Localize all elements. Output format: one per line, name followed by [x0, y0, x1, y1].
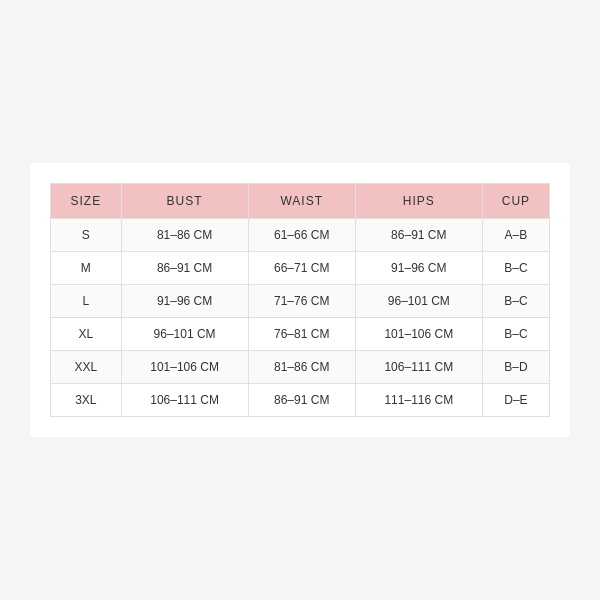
table-cell: 111–116 CM [355, 384, 482, 417]
table-row: 3XL106–111 CM86–91 CM111–116 CMD–E [51, 384, 550, 417]
size-chart-container: SIZE BUST WAIST HIPS CUP S81–86 CM61–66 … [30, 163, 570, 437]
table-cell: 96–101 CM [355, 285, 482, 318]
table-cell: 61–66 CM [248, 219, 355, 252]
table-cell: 86–91 CM [121, 252, 248, 285]
table-cell: 66–71 CM [248, 252, 355, 285]
header-bust: BUST [121, 184, 248, 219]
table-row: XXL101–106 CM81–86 CM106–111 CMB–D [51, 351, 550, 384]
table-cell: D–E [482, 384, 549, 417]
header-cup: CUP [482, 184, 549, 219]
table-row: L91–96 CM71–76 CM96–101 CMB–C [51, 285, 550, 318]
table-cell: 101–106 CM [355, 318, 482, 351]
header-hips: HIPS [355, 184, 482, 219]
table-cell: 81–86 CM [248, 351, 355, 384]
table-header-row: SIZE BUST WAIST HIPS CUP [51, 184, 550, 219]
table-row: M86–91 CM66–71 CM91–96 CMB–C [51, 252, 550, 285]
table-cell: L [51, 285, 122, 318]
table-cell: 3XL [51, 384, 122, 417]
table-cell: 101–106 CM [121, 351, 248, 384]
table-cell: B–C [482, 285, 549, 318]
table-cell: A–B [482, 219, 549, 252]
table-cell: XL [51, 318, 122, 351]
table-cell: XXL [51, 351, 122, 384]
table-row: XL96–101 CM76–81 CM101–106 CMB–C [51, 318, 550, 351]
header-size: SIZE [51, 184, 122, 219]
table-cell: 86–91 CM [248, 384, 355, 417]
table-cell: 76–81 CM [248, 318, 355, 351]
table-cell: B–D [482, 351, 549, 384]
table-cell: 81–86 CM [121, 219, 248, 252]
table-cell: 91–96 CM [121, 285, 248, 318]
table-row: S81–86 CM61–66 CM86–91 CMA–B [51, 219, 550, 252]
table-cell: B–C [482, 252, 549, 285]
table-cell: S [51, 219, 122, 252]
table-cell: M [51, 252, 122, 285]
table-cell: 91–96 CM [355, 252, 482, 285]
size-chart-table: SIZE BUST WAIST HIPS CUP S81–86 CM61–66 … [50, 183, 550, 417]
table-cell: 71–76 CM [248, 285, 355, 318]
table-cell: 106–111 CM [121, 384, 248, 417]
table-cell: 96–101 CM [121, 318, 248, 351]
table-cell: B–C [482, 318, 549, 351]
header-waist: WAIST [248, 184, 355, 219]
table-cell: 86–91 CM [355, 219, 482, 252]
table-cell: 106–111 CM [355, 351, 482, 384]
